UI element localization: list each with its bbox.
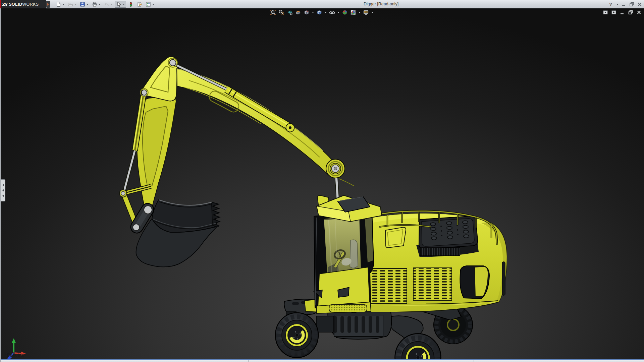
options-button[interactable] <box>144 1 156 8</box>
edit-appearance-button[interactable] <box>342 9 348 15</box>
edit-appearance-icon <box>342 9 348 15</box>
previous-view-icon <box>287 9 293 15</box>
view-orientation-dropdown[interactable] <box>312 12 314 13</box>
save-dropdown[interactable] <box>87 4 89 5</box>
hide-show-items-dropdown[interactable] <box>337 12 339 13</box>
title-bar: 3S SOLIDWORKS <box>0 0 644 8</box>
open-dropdown[interactable] <box>74 4 76 5</box>
select-dropdown[interactable] <box>123 4 125 5</box>
view-orientation-icon <box>304 9 310 15</box>
panel-toggle-left-icon[interactable] <box>603 10 608 15</box>
print-button[interactable] <box>91 1 102 8</box>
zoom-to-fit-icon <box>270 9 276 15</box>
display-style-button[interactable] <box>316 9 327 15</box>
menu-expand-button[interactable] <box>46 1 50 8</box>
new-document-button[interactable] <box>54 1 66 8</box>
hide-show-items-icon <box>329 9 335 15</box>
help-button[interactable]: ? <box>609 2 612 7</box>
hide-show-items-button[interactable] <box>329 9 339 15</box>
undo-icon <box>104 2 109 7</box>
new-document-icon <box>56 2 61 7</box>
brand-name: SOLIDWORKS <box>9 2 39 7</box>
collapse-arrow-icon <box>2 194 4 197</box>
apply-scene-button[interactable] <box>350 9 361 15</box>
zoom-to-fit-button[interactable] <box>270 9 276 15</box>
zoom-to-area-button[interactable] <box>278 9 284 15</box>
view-orientation-button[interactable] <box>304 9 314 15</box>
headsup-view-toolbar <box>270 9 373 15</box>
apply-scene-icon <box>350 9 356 15</box>
new-dropdown[interactable] <box>62 4 64 5</box>
view-settings-dropdown[interactable] <box>371 12 373 13</box>
chevron-right-icon <box>47 3 49 6</box>
brand-accent-strip <box>0 0 1 8</box>
open-folder-icon <box>68 2 73 7</box>
document-restore-icon[interactable] <box>628 10 633 15</box>
open-button[interactable] <box>66 1 78 8</box>
save-button[interactable] <box>78 1 90 8</box>
zoom-to-area-icon <box>278 9 284 15</box>
main-toolbar <box>54 0 156 8</box>
options-dropdown[interactable] <box>152 4 154 5</box>
rebuild-button[interactable] <box>127 1 135 8</box>
collapse-arrow-icon <box>2 189 4 192</box>
section-view-icon <box>295 9 301 15</box>
document-close-icon[interactable] <box>637 10 641 15</box>
document-minimize-icon[interactable] <box>620 10 625 15</box>
document-window-controls <box>603 10 641 15</box>
view-settings-button[interactable] <box>363 9 373 15</box>
solidworks-brand: 3S SOLIDWORKS <box>0 0 46 8</box>
file-properties-icon <box>137 2 142 7</box>
graphics-viewport[interactable]: *Dimetric <box>0 8 644 362</box>
undo-button[interactable] <box>103 1 114 8</box>
select-button[interactable] <box>115 1 126 8</box>
undo-dropdown[interactable] <box>111 4 113 5</box>
window-title: Digger [Read-only] <box>364 2 398 6</box>
previous-view-button[interactable] <box>287 9 293 15</box>
display-style-dropdown[interactable] <box>325 12 327 13</box>
featuremanager-collapsed-tab[interactable] <box>1 179 5 201</box>
restore-button[interactable] <box>629 2 634 7</box>
save-floppy-icon <box>80 2 85 7</box>
section-view-button[interactable] <box>295 9 301 15</box>
panel-toggle-right-icon[interactable] <box>611 10 616 15</box>
view-orientation-label: *Dimetric <box>5 352 24 358</box>
select-cursor-icon <box>116 2 121 7</box>
options-checklist-icon <box>146 2 151 7</box>
help-dropdown[interactable] <box>616 4 619 5</box>
3ds-logo-icon: 3S <box>2 2 7 7</box>
apply-scene-dropdown[interactable] <box>359 12 361 13</box>
file-properties-button[interactable] <box>136 1 144 8</box>
view-settings-icon <box>363 9 369 15</box>
minimize-button[interactable] <box>622 2 626 7</box>
collapse-arrow-icon <box>2 184 4 186</box>
window-controls: ? <box>609 0 643 8</box>
print-dropdown[interactable] <box>99 4 101 5</box>
excavator-model[interactable] <box>1 8 644 362</box>
close-button[interactable] <box>637 2 642 7</box>
rebuild-traffic-light-icon <box>128 2 133 7</box>
status-bar <box>1 359 644 362</box>
print-icon <box>92 2 97 7</box>
display-style-icon <box>316 9 322 15</box>
